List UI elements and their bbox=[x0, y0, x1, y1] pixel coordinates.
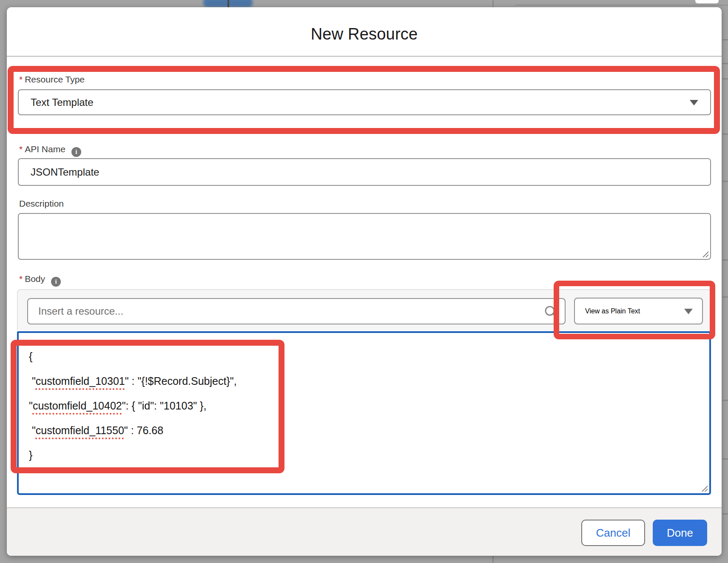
description-textarea[interactable] bbox=[18, 213, 711, 260]
api-name-value: JSONTemplate bbox=[31, 166, 99, 178]
background-panel-divider-top bbox=[492, 0, 494, 8]
api-name-input[interactable]: JSONTemplate bbox=[18, 158, 711, 186]
resource-type-select[interactable]: Text Template bbox=[18, 89, 711, 115]
screen: New Resource *Resource Type Text Templat… bbox=[0, 0, 728, 563]
background-panel-row-line bbox=[722, 458, 728, 460]
resource-type-value: Text Template bbox=[31, 97, 94, 108]
header-divider bbox=[7, 56, 722, 57]
info-icon[interactable]: i bbox=[51, 277, 61, 287]
required-asterisk: * bbox=[19, 74, 23, 84]
background-panel-row-line bbox=[722, 39, 728, 40]
view-mode-dropdown[interactable]: View as Plain Text bbox=[574, 298, 703, 324]
background-flow-connector bbox=[228, 0, 229, 8]
search-placeholder: Insert a resource... bbox=[38, 305, 123, 317]
background-panel-row-line bbox=[722, 181, 728, 182]
required-asterisk: * bbox=[19, 144, 23, 154]
background-panel-row-line bbox=[722, 63, 728, 64]
body-editor-content: { "customfield_10301" : "{!$Record.Subje… bbox=[19, 333, 709, 467]
background-panel-edge bbox=[515, 5, 728, 6]
cancel-button[interactable]: Cancel bbox=[581, 520, 645, 546]
view-mode-value: View as Plain Text bbox=[585, 307, 640, 315]
description-label: Description bbox=[19, 199, 64, 209]
background-panel-row-line bbox=[722, 296, 728, 298]
body-label: *Bodyi bbox=[19, 274, 61, 287]
insert-resource-search-input[interactable]: Insert a resource... bbox=[27, 298, 566, 324]
background-panel-row-line bbox=[722, 134, 728, 135]
resize-handle-icon[interactable] bbox=[700, 485, 708, 492]
modal-footer: Cancel Done bbox=[7, 507, 722, 556]
info-icon[interactable]: i bbox=[71, 147, 81, 157]
background-panel-row-line bbox=[722, 259, 728, 261]
required-asterisk: * bbox=[19, 274, 23, 284]
body-textarea[interactable]: { "customfield_10301" : "{!$Record.Subje… bbox=[17, 331, 711, 495]
resource-type-label: *Resource Type bbox=[19, 74, 85, 85]
search-icon bbox=[544, 305, 557, 318]
background-panel-divider-bottom bbox=[492, 556, 494, 563]
chevron-down-icon bbox=[684, 309, 693, 314]
new-resource-modal: New Resource *Resource Type Text Templat… bbox=[7, 7, 722, 556]
background-toolbar-button bbox=[695, 0, 719, 3]
api-name-label: *API Namei bbox=[19, 144, 81, 157]
body-editor-toolbar: Insert a resource... View as Plain Text bbox=[17, 289, 711, 330]
done-button[interactable]: Done bbox=[653, 520, 707, 546]
background-panel-row-line bbox=[722, 78, 728, 80]
background-panel-row-line bbox=[722, 400, 728, 401]
page-title: New Resource bbox=[7, 25, 722, 43]
chevron-down-icon bbox=[690, 100, 698, 105]
resize-handle-icon[interactable] bbox=[701, 251, 708, 257]
background-panel-row-line bbox=[722, 513, 728, 515]
